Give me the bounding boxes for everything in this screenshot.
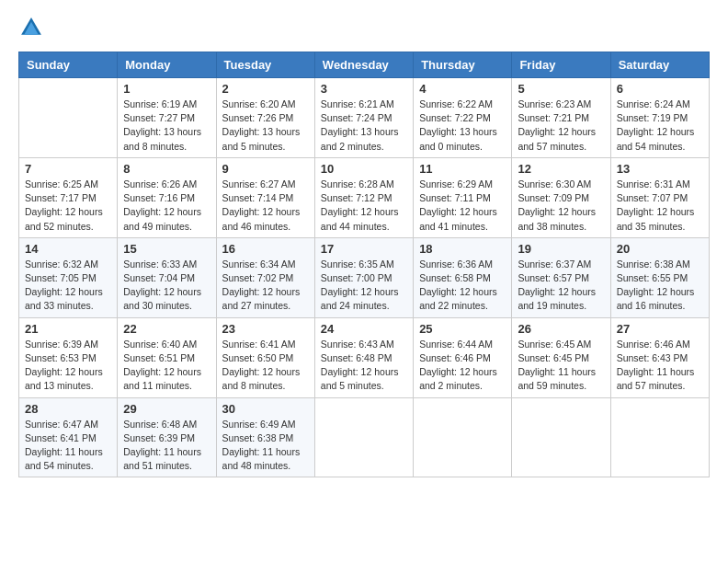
- page-header: [18, 15, 710, 40]
- day-info: Sunrise: 6:24 AMSunset: 7:19 PMDaylight:…: [617, 98, 703, 154]
- day-info: Sunrise: 6:39 AMSunset: 6:53 PMDaylight:…: [25, 338, 111, 394]
- day-number: 8: [123, 162, 210, 176]
- day-info: Sunrise: 6:32 AMSunset: 7:05 PMDaylight:…: [25, 258, 111, 314]
- day-number: 24: [321, 322, 407, 336]
- day-number: 22: [123, 322, 210, 336]
- day-info: Sunrise: 6:36 AMSunset: 6:58 PMDaylight:…: [419, 258, 506, 314]
- calendar-cell: 16Sunrise: 6:34 AMSunset: 7:02 PMDayligh…: [216, 237, 314, 317]
- calendar-cell: 17Sunrise: 6:35 AMSunset: 7:00 PMDayligh…: [314, 237, 413, 317]
- day-info: Sunrise: 6:27 AMSunset: 7:14 PMDaylight:…: [222, 178, 309, 234]
- calendar-cell: [512, 397, 610, 477]
- day-info: Sunrise: 6:37 AMSunset: 6:57 PMDaylight:…: [518, 258, 604, 314]
- col-header-monday: Monday: [118, 52, 216, 78]
- calendar-cell: 18Sunrise: 6:36 AMSunset: 6:58 PMDayligh…: [414, 237, 512, 317]
- calendar-cell: 3Sunrise: 6:21 AMSunset: 7:24 PMDaylight…: [314, 78, 413, 158]
- day-number: 17: [321, 242, 407, 256]
- col-header-thursday: Thursday: [414, 52, 512, 78]
- day-number: 14: [25, 242, 111, 256]
- day-info: Sunrise: 6:49 AMSunset: 6:38 PMDaylight:…: [222, 418, 309, 474]
- day-info: Sunrise: 6:43 AMSunset: 6:48 PMDaylight:…: [321, 338, 407, 394]
- day-number: 6: [617, 82, 703, 96]
- calendar-cell: 6Sunrise: 6:24 AMSunset: 7:19 PMDaylight…: [610, 78, 709, 158]
- calendar-week-row: 1Sunrise: 6:19 AMSunset: 7:27 PMDaylight…: [19, 78, 710, 158]
- day-number: 13: [617, 162, 703, 176]
- calendar-cell: 30Sunrise: 6:49 AMSunset: 6:38 PMDayligh…: [216, 397, 314, 477]
- day-info: Sunrise: 6:23 AMSunset: 7:21 PMDaylight:…: [518, 98, 604, 154]
- calendar-cell: 7Sunrise: 6:25 AMSunset: 7:17 PMDaylight…: [19, 157, 118, 237]
- day-number: 5: [518, 82, 604, 96]
- calendar-cell: 29Sunrise: 6:48 AMSunset: 6:39 PMDayligh…: [118, 397, 216, 477]
- day-number: 25: [419, 322, 506, 336]
- day-info: Sunrise: 6:19 AMSunset: 7:27 PMDaylight:…: [123, 98, 210, 154]
- day-info: Sunrise: 6:33 AMSunset: 7:04 PMDaylight:…: [123, 258, 210, 314]
- day-number: 23: [222, 322, 309, 336]
- day-number: 12: [518, 162, 604, 176]
- day-info: Sunrise: 6:28 AMSunset: 7:12 PMDaylight:…: [321, 178, 407, 234]
- calendar-cell: 22Sunrise: 6:40 AMSunset: 6:51 PMDayligh…: [118, 317, 216, 397]
- day-number: 28: [25, 402, 111, 416]
- day-number: 9: [222, 162, 309, 176]
- day-number: 2: [222, 82, 309, 96]
- calendar-cell: [610, 397, 709, 477]
- col-header-wednesday: Wednesday: [314, 52, 413, 78]
- calendar-cell: 20Sunrise: 6:38 AMSunset: 6:55 PMDayligh…: [610, 237, 709, 317]
- calendar-cell: 21Sunrise: 6:39 AMSunset: 6:53 PMDayligh…: [19, 317, 118, 397]
- calendar-week-row: 28Sunrise: 6:47 AMSunset: 6:41 PMDayligh…: [19, 397, 710, 477]
- day-number: 10: [321, 162, 407, 176]
- day-info: Sunrise: 6:31 AMSunset: 7:07 PMDaylight:…: [617, 178, 703, 234]
- day-info: Sunrise: 6:20 AMSunset: 7:26 PMDaylight:…: [222, 98, 309, 154]
- day-info: Sunrise: 6:22 AMSunset: 7:22 PMDaylight:…: [419, 98, 506, 154]
- calendar-cell: 24Sunrise: 6:43 AMSunset: 6:48 PMDayligh…: [314, 317, 413, 397]
- day-info: Sunrise: 6:25 AMSunset: 7:17 PMDaylight:…: [25, 178, 111, 234]
- calendar-cell: [314, 397, 413, 477]
- col-header-sunday: Sunday: [19, 52, 118, 78]
- day-number: 19: [518, 242, 604, 256]
- day-number: 18: [419, 242, 506, 256]
- calendar-cell: 11Sunrise: 6:29 AMSunset: 7:11 PMDayligh…: [414, 157, 512, 237]
- calendar-cell: 25Sunrise: 6:44 AMSunset: 6:46 PMDayligh…: [414, 317, 512, 397]
- calendar-week-row: 7Sunrise: 6:25 AMSunset: 7:17 PMDaylight…: [19, 157, 710, 237]
- day-info: Sunrise: 6:40 AMSunset: 6:51 PMDaylight:…: [123, 338, 210, 394]
- col-header-saturday: Saturday: [610, 52, 709, 78]
- calendar-cell: 10Sunrise: 6:28 AMSunset: 7:12 PMDayligh…: [314, 157, 413, 237]
- calendar-cell: 1Sunrise: 6:19 AMSunset: 7:27 PMDaylight…: [118, 78, 216, 158]
- day-info: Sunrise: 6:30 AMSunset: 7:09 PMDaylight:…: [518, 178, 604, 234]
- calendar-cell: 15Sunrise: 6:33 AMSunset: 7:04 PMDayligh…: [118, 237, 216, 317]
- day-info: Sunrise: 6:35 AMSunset: 7:00 PMDaylight:…: [321, 258, 407, 314]
- day-info: Sunrise: 6:47 AMSunset: 6:41 PMDaylight:…: [25, 418, 111, 474]
- day-info: Sunrise: 6:46 AMSunset: 6:43 PMDaylight:…: [617, 338, 703, 394]
- calendar-week-row: 14Sunrise: 6:32 AMSunset: 7:05 PMDayligh…: [19, 237, 710, 317]
- calendar-cell: 19Sunrise: 6:37 AMSunset: 6:57 PMDayligh…: [512, 237, 610, 317]
- col-header-friday: Friday: [512, 52, 610, 78]
- calendar-cell: [414, 397, 512, 477]
- day-info: Sunrise: 6:26 AMSunset: 7:16 PMDaylight:…: [123, 178, 210, 234]
- calendar-cell: 4Sunrise: 6:22 AMSunset: 7:22 PMDaylight…: [414, 78, 512, 158]
- day-number: 3: [321, 82, 407, 96]
- calendar-cell: 9Sunrise: 6:27 AMSunset: 7:14 PMDaylight…: [216, 157, 314, 237]
- day-number: 4: [419, 82, 506, 96]
- day-number: 1: [123, 82, 210, 96]
- day-info: Sunrise: 6:41 AMSunset: 6:50 PMDaylight:…: [222, 338, 309, 394]
- calendar-cell: 26Sunrise: 6:45 AMSunset: 6:45 PMDayligh…: [512, 317, 610, 397]
- day-number: 16: [222, 242, 309, 256]
- day-number: 11: [419, 162, 506, 176]
- day-number: 21: [25, 322, 111, 336]
- calendar-week-row: 21Sunrise: 6:39 AMSunset: 6:53 PMDayligh…: [19, 317, 710, 397]
- day-info: Sunrise: 6:48 AMSunset: 6:39 PMDaylight:…: [123, 418, 210, 474]
- calendar-cell: 23Sunrise: 6:41 AMSunset: 6:50 PMDayligh…: [216, 317, 314, 397]
- calendar-cell: [19, 78, 118, 158]
- calendar-cell: 5Sunrise: 6:23 AMSunset: 7:21 PMDaylight…: [512, 78, 610, 158]
- logo: [18, 15, 48, 40]
- day-info: Sunrise: 6:45 AMSunset: 6:45 PMDaylight:…: [518, 338, 604, 394]
- calendar-cell: 14Sunrise: 6:32 AMSunset: 7:05 PMDayligh…: [19, 237, 118, 317]
- col-header-tuesday: Tuesday: [216, 52, 314, 78]
- day-number: 30: [222, 402, 309, 416]
- calendar-cell: 8Sunrise: 6:26 AMSunset: 7:16 PMDaylight…: [118, 157, 216, 237]
- day-info: Sunrise: 6:44 AMSunset: 6:46 PMDaylight:…: [419, 338, 506, 394]
- day-number: 20: [617, 242, 703, 256]
- day-info: Sunrise: 6:38 AMSunset: 6:55 PMDaylight:…: [617, 258, 703, 314]
- calendar-cell: 28Sunrise: 6:47 AMSunset: 6:41 PMDayligh…: [19, 397, 118, 477]
- day-number: 15: [123, 242, 210, 256]
- day-number: 7: [25, 162, 111, 176]
- calendar-cell: 12Sunrise: 6:30 AMSunset: 7:09 PMDayligh…: [512, 157, 610, 237]
